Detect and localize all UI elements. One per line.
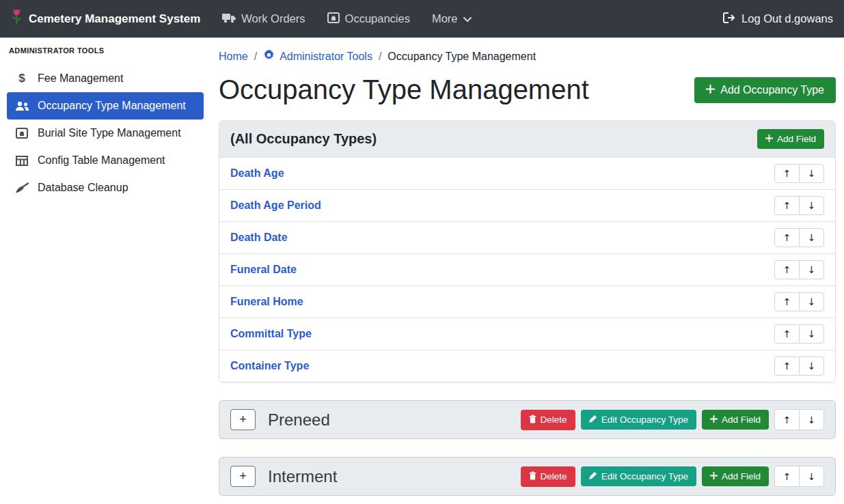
field-link[interactable]: Death Date: [230, 232, 288, 244]
brand[interactable]: Cemetery Management System: [11, 8, 200, 30]
card-title: (All Occupancy Types): [230, 131, 377, 147]
sidebar-item-occupancy-type-management[interactable]: Occupancy Type Management: [7, 92, 204, 120]
move-down-button[interactable]: ↓: [799, 466, 824, 487]
breadcrumb-admin-tools-label: Administrator Tools: [280, 51, 372, 63]
add-field-button[interactable]: Add Field: [702, 410, 769, 430]
plot-frame-icon: [327, 12, 340, 26]
add-field-button[interactable]: Add Field: [757, 129, 824, 149]
edit-label: Edit Occupancy Type: [601, 415, 688, 425]
sidebar-item-label: Config Table Management: [38, 154, 165, 167]
move-down-button[interactable]: ↓: [799, 164, 824, 183]
tulip-logo-icon: [11, 8, 23, 30]
edit-label: Edit Occupancy Type: [601, 471, 688, 481]
nav-item-occupancies[interactable]: Occupancies: [327, 12, 410, 26]
move-up-button[interactable]: ↑: [774, 324, 800, 344]
move-down-button[interactable]: ↓: [799, 260, 824, 279]
page-title: Occupancy Type Management: [219, 74, 589, 105]
sidebar-item-label: Database Cleanup: [38, 182, 128, 194]
move-up-button[interactable]: ↑: [774, 260, 800, 279]
reorder-group: ↑ ↓: [774, 409, 824, 430]
reorder-group: ↑ ↓: [774, 164, 824, 183]
table-icon: [13, 156, 31, 166]
sidebar-item-label: Burial Site Type Management: [38, 127, 181, 139]
breadcrumb: Home / Administrator Tools / Occupancy T…: [219, 49, 836, 64]
delete-button[interactable]: Delete: [521, 466, 575, 487]
breadcrumb-home-link[interactable]: Home: [219, 51, 248, 63]
brand-title: Cemetery Management System: [29, 12, 200, 26]
move-down-button[interactable]: ↓: [799, 196, 824, 215]
sidebar-item-burial-site-type-management[interactable]: Burial Site Type Management: [7, 120, 204, 147]
move-up-button[interactable]: ↑: [774, 196, 800, 215]
move-up-button[interactable]: ↑: [774, 228, 800, 247]
edit-occupancy-type-button[interactable]: Edit Occupancy Type: [581, 466, 696, 486]
pencil-icon: [589, 471, 597, 481]
card-header: (All Occupancy Types) Add Field: [219, 121, 835, 158]
field-link[interactable]: Death Age: [230, 167, 284, 180]
all-occupancy-types-card: (All Occupancy Types) Add Field Death Ag…: [219, 120, 836, 382]
reorder-group: ↑ ↓: [774, 292, 824, 311]
plus-icon: [710, 415, 718, 425]
field-row: Death Date ↑ ↓: [219, 222, 835, 254]
expand-button[interactable]: +: [230, 466, 256, 487]
move-down-button[interactable]: ↓: [799, 228, 824, 247]
move-up-button[interactable]: ↑: [774, 409, 800, 430]
chevron-down-icon: [463, 12, 472, 25]
field-link[interactable]: Container Type: [230, 360, 309, 372]
move-up-button[interactable]: ↑: [774, 356, 800, 376]
field-link[interactable]: Funeral Home: [230, 296, 303, 308]
app-window: Cemetery Management System Work Orders: [0, 0, 844, 504]
truck-icon: [222, 12, 236, 26]
delete-label: Delete: [541, 415, 567, 425]
edit-occupancy-type-button[interactable]: Edit Occupancy Type: [581, 410, 696, 430]
sidebar-item-fee-management[interactable]: $ Fee Management: [7, 65, 204, 92]
field-row: Funeral Home ↑ ↓: [219, 286, 835, 318]
reorder-group: ↑ ↓: [774, 356, 824, 376]
expand-button[interactable]: +: [230, 409, 256, 430]
reorder-group: ↑ ↓: [774, 466, 824, 487]
logout-label: Log Out d.gowans: [741, 12, 833, 25]
move-down-button[interactable]: ↓: [799, 324, 824, 344]
field-link[interactable]: Death Age Period: [230, 199, 321, 212]
nav-item-work-orders[interactable]: Work Orders: [222, 12, 305, 26]
gear-icon: [263, 49, 275, 64]
field-link[interactable]: Funeral Date: [230, 264, 297, 276]
delete-label: Delete: [541, 471, 567, 481]
move-down-button[interactable]: ↓: [799, 356, 824, 376]
move-up-button[interactable]: ↑: [774, 292, 800, 311]
field-row: Container Type ↑ ↓: [219, 350, 835, 382]
delete-button[interactable]: Delete: [521, 410, 575, 430]
add-field-label: Add Field: [722, 415, 761, 425]
occupancy-type-section-preneed: + Preneed Delete: [219, 400, 836, 439]
move-down-button[interactable]: ↓: [799, 292, 824, 311]
sidebar-item-database-cleanup[interactable]: Database Cleanup: [7, 174, 204, 201]
logout-button[interactable]: Log Out d.gowans: [723, 12, 833, 26]
reorder-group: ↑ ↓: [774, 260, 824, 279]
breadcrumb-admin-tools-link[interactable]: Administrator Tools: [263, 49, 372, 64]
sidebar-item-label: Fee Management: [38, 72, 123, 85]
nav-item-more[interactable]: More: [432, 12, 472, 25]
move-up-button[interactable]: ↑: [774, 466, 800, 487]
field-row: Death Age Period ↑ ↓: [219, 190, 835, 222]
breadcrumb-separator: /: [254, 51, 257, 63]
add-field-label: Add Field: [722, 471, 761, 481]
add-occupancy-type-button[interactable]: Add Occupancy Type: [694, 77, 836, 103]
nav-item-label: More: [432, 12, 458, 25]
section-title: Preneed: [268, 410, 330, 430]
section-title: Interment: [268, 467, 337, 486]
reorder-group: ↑ ↓: [774, 196, 824, 215]
field-row: Funeral Date ↑ ↓: [219, 254, 835, 286]
occupancy-type-section-interment: + Interment Delete: [219, 457, 836, 496]
sidebar-item-config-table-management[interactable]: Config Table Management: [7, 147, 204, 174]
add-field-button[interactable]: Add Field: [702, 466, 769, 486]
plus-icon: [706, 84, 715, 96]
field-link[interactable]: Committal Type: [230, 328, 312, 340]
burial-site-icon: [13, 128, 31, 139]
dollar-icon: $: [13, 72, 31, 85]
move-up-button[interactable]: ↑: [774, 164, 800, 183]
main-content: Home / Administrator Tools / Occupancy T…: [210, 38, 844, 504]
plus-icon: [710, 471, 718, 481]
nav-item-label: Work Orders: [241, 12, 305, 25]
move-down-button[interactable]: ↓: [799, 409, 824, 430]
reorder-group: ↑ ↓: [774, 324, 824, 344]
nav-item-label: Occupancies: [345, 12, 410, 25]
